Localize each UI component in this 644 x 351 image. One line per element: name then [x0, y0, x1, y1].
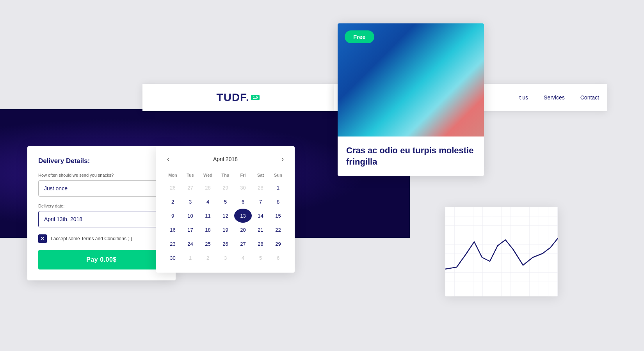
calendar-week-row: 2345678 — [164, 195, 287, 209]
calendar-grid: Mon Tue Wed Thu Fri Sat Sun 262728293028… — [164, 171, 287, 265]
calendar-day-cell[interactable]: 2 — [199, 251, 217, 265]
calendar-day-cell[interactable]: 30 — [164, 251, 181, 265]
calendar-day-cell[interactable]: 24 — [181, 237, 199, 251]
calendar-day-cell[interactable]: 23 — [164, 237, 181, 251]
cal-header-sun: Sun — [269, 171, 287, 181]
tudf-version-badge: 1.0 — [251, 95, 260, 100]
calendar-week-row: 16171819202122 — [164, 223, 287, 237]
calendar-weekday-header-row: Mon Tue Wed Thu Fri Sat Sun — [164, 171, 287, 181]
calendar-week-row: 30123456 — [164, 251, 287, 265]
calendar-day-cell[interactable]: 22 — [269, 223, 287, 237]
frequency-label: How often should we send you snacks? — [38, 173, 165, 177]
calendar-day-cell[interactable]: 21 — [252, 223, 269, 237]
calendar-day-cell[interactable]: 9 — [164, 209, 181, 223]
nav-item-contact[interactable]: Contact — [580, 94, 599, 101]
calendar-day-cell[interactable]: 16 — [164, 223, 181, 237]
calendar-day-cell[interactable]: 12 — [217, 209, 234, 223]
calendar-prev-button[interactable]: ‹ — [164, 154, 172, 164]
cal-header-wed: Wed — [199, 171, 217, 181]
calendar-day-cell[interactable]: 6 — [234, 195, 252, 209]
calendar-day-cell[interactable]: 3 — [217, 251, 234, 265]
cal-header-fri: Fri — [234, 171, 252, 181]
image-card-title: Cras ac odio eu turpis molestie fringill… — [346, 145, 475, 167]
frequency-select[interactable]: Just once Weekly Monthly — [38, 180, 165, 197]
free-badge: Free — [345, 30, 374, 43]
calendar-day-cell[interactable]: 29 — [269, 237, 287, 251]
calendar-day-cell[interactable]: 5 — [252, 251, 269, 265]
calendar-day-cell[interactable]: 14 — [252, 209, 269, 223]
chart-inner — [445, 207, 558, 296]
calendar-day-cell[interactable]: 27 — [234, 237, 252, 251]
calendar-week-row: 23242526272829 — [164, 237, 287, 251]
calendar-day-cell[interactable]: 4 — [199, 195, 217, 209]
terms-row[interactable]: I accept some Terms and Conditions ;-) — [38, 234, 165, 243]
cal-header-tue: Tue — [181, 171, 199, 181]
calendar-week-row: 9101112131415 — [164, 209, 287, 223]
calendar-day-cell[interactable]: 26 — [217, 237, 234, 251]
calendar-day-cell[interactable]: 4 — [234, 251, 252, 265]
calendar-day-cell[interactable]: 5 — [217, 195, 234, 209]
calendar-day-cell[interactable]: 7 — [252, 195, 269, 209]
calendar-day-cell[interactable]: 18 — [199, 223, 217, 237]
tudf-logo-bar: TUDF.1.0 — [142, 84, 334, 111]
calendar-next-button[interactable]: › — [279, 154, 287, 164]
calendar-day-cell[interactable]: 20 — [234, 223, 252, 237]
calendar-day-cell[interactable]: 25 — [199, 237, 217, 251]
calendar-day-cell[interactable]: 6 — [269, 251, 287, 265]
pay-button[interactable]: Pay 0.00$ — [38, 250, 165, 269]
terms-checkbox-icon[interactable] — [38, 234, 47, 243]
calendar-day-cell[interactable]: 13 — [234, 209, 252, 223]
delivery-form-card: Delivery Details: How often should we se… — [27, 146, 176, 280]
date-input-wrapper[interactable]: April 13th, 2018 › — [38, 211, 165, 227]
calendar-day-cell[interactable]: 10 — [181, 209, 199, 223]
cal-header-mon: Mon — [164, 171, 181, 181]
calendar-day-cell[interactable]: 26 — [164, 181, 181, 195]
calendar-day-cell[interactable]: 1 — [269, 181, 287, 195]
image-card: Free Cras ac odio eu turpis molestie fri… — [338, 23, 484, 176]
date-label: Delivery date: — [38, 204, 165, 208]
nav-item-services[interactable]: Services — [544, 94, 565, 101]
calendar-day-cell[interactable]: 8 — [269, 195, 287, 209]
calendar-day-cell[interactable]: 29 — [217, 181, 234, 195]
calendar-day-cell[interactable]: 27 — [181, 181, 199, 195]
calendar-day-cell[interactable]: 28 — [252, 181, 269, 195]
calendar-day-cell[interactable]: 19 — [217, 223, 234, 237]
delivery-form-title: Delivery Details: — [38, 157, 165, 165]
svg-rect-0 — [445, 207, 558, 296]
calendar-day-cell[interactable]: 3 — [181, 195, 199, 209]
calendar-header: ‹ April 2018 › — [164, 154, 287, 164]
calendar-card: ‹ April 2018 › Mon Tue Wed Thu Fri Sat S… — [156, 146, 295, 273]
date-input[interactable]: April 13th, 2018 — [38, 211, 165, 227]
terms-label: I accept some Terms and Conditions ;-) — [51, 236, 132, 241]
calendar-day-cell[interactable]: 11 — [199, 209, 217, 223]
cal-header-sat: Sat — [252, 171, 269, 181]
nav-item-about[interactable]: t us — [519, 94, 528, 101]
tudf-logo: TUDF. — [217, 91, 249, 104]
calendar-day-cell[interactable]: 1 — [181, 251, 199, 265]
chart-svg — [445, 207, 558, 296]
calendar-day-cell[interactable]: 2 — [164, 195, 181, 209]
calendar-day-cell[interactable]: 17 — [181, 223, 199, 237]
calendar-day-cell[interactable]: 28 — [252, 237, 269, 251]
calendar-week-row: 2627282930281 — [164, 181, 287, 195]
calendar-month-title: April 2018 — [213, 156, 238, 162]
calendar-day-cell[interactable]: 30 — [234, 181, 252, 195]
cal-header-thu: Thu — [217, 171, 234, 181]
image-placeholder: Free — [338, 23, 484, 136]
frequency-select-wrapper: Just once Weekly Monthly ▾ — [38, 180, 165, 197]
image-card-body: Cras ac odio eu turpis molestie fringill… — [338, 136, 484, 176]
chart-card — [445, 207, 558, 296]
calendar-day-cell[interactable]: 15 — [269, 209, 287, 223]
calendar-day-cell[interactable]: 28 — [199, 181, 217, 195]
